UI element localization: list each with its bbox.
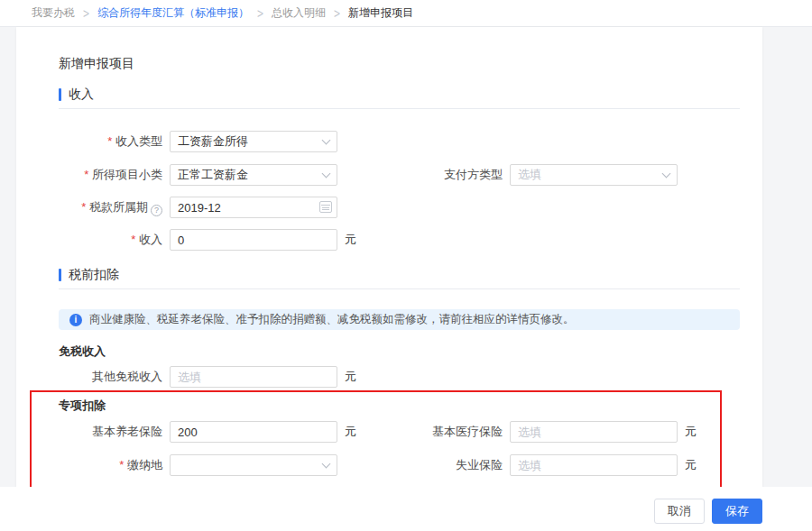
medical-unit: 元 xyxy=(685,424,703,440)
help-icon[interactable]: ? xyxy=(151,205,162,216)
income-type-value: 工资薪金所得 xyxy=(178,133,248,150)
income-amount-label: 收入 xyxy=(59,232,162,248)
page-background: 新增申报项目 收入 收入类型 工资薪金所得 所得项目小类 xyxy=(0,27,812,531)
medical-label: 基本医疗保险 xyxy=(421,424,503,440)
breadcrumb-item-annual-settlement[interactable]: 综合所得年度汇算（标准申报） xyxy=(97,5,249,21)
divider xyxy=(59,288,740,289)
payment-location-label: 缴纳地 xyxy=(59,457,162,473)
payment-location-select[interactable] xyxy=(170,454,337,476)
income-type-select[interactable]: 工资薪金所得 xyxy=(170,131,337,152)
pension-unit: 元 xyxy=(345,424,363,440)
form-panel: 新增申报项目 收入 收入类型 工资薪金所得 所得项目小类 xyxy=(16,27,762,487)
breadcrumb-separator-icon: > xyxy=(83,5,89,21)
section-title-income: 收入 xyxy=(69,87,94,103)
income-type-label: 收入类型 xyxy=(59,133,162,150)
field-medical: 基本医疗保险 元 xyxy=(421,421,703,443)
breadcrumb-separator-icon: > xyxy=(334,5,340,21)
field-tax-period: 税款所属期? xyxy=(59,197,363,218)
field-other-tax-free: 其他免税收入 元 xyxy=(59,366,363,388)
income-subtype-label: 所得项目小类 xyxy=(59,167,162,183)
income-amount-unit: 元 xyxy=(345,232,363,248)
section-bar-icon xyxy=(59,88,61,101)
highlight-box: 专项扣除 基本养老保险 元 基本医疗保险 元 xyxy=(30,390,722,487)
other-tax-free-input[interactable] xyxy=(170,366,337,388)
save-button[interactable]: 保存 xyxy=(712,499,762,524)
field-payment-location: 缴纳地 xyxy=(59,454,363,476)
unemployment-label: 失业保险 xyxy=(421,457,503,473)
breadcrumb-item-current: 新增申报项目 xyxy=(348,5,413,21)
income-amount-input[interactable] xyxy=(170,229,337,251)
payer-type-select[interactable]: 选填 xyxy=(510,164,678,186)
notice-banner: i 商业健康险、税延养老保险、准予扣除的捐赠额、减免税额如需修改，请前往相应的详… xyxy=(59,309,740,330)
subsection-title-special-deduction: 专项扣除 xyxy=(59,398,720,414)
section-header-pretax: 税前扣除 xyxy=(59,267,740,283)
other-tax-free-unit: 元 xyxy=(345,369,363,385)
subsection-title-tax-free: 免税收入 xyxy=(59,343,740,360)
other-tax-free-label: 其他免税收入 xyxy=(59,369,162,385)
income-subtype-value: 正常工资薪金 xyxy=(178,167,248,183)
info-icon: i xyxy=(69,314,82,326)
notice-text: 商业健康险、税延养老保险、准予扣除的捐赠额、减免税额如需修改，请前往相应的详情页… xyxy=(89,312,575,327)
breadcrumb-item-home[interactable]: 我要办税 xyxy=(32,5,75,21)
unemployment-unit: 元 xyxy=(685,457,703,473)
breadcrumb-item-income-detail[interactable]: 总收入明细 xyxy=(272,5,326,21)
field-income-amount: 收入 元 xyxy=(59,229,363,251)
divider xyxy=(59,108,740,109)
payer-type-label: 支付方类型 xyxy=(421,167,503,183)
field-income-subtype: 所得项目小类 正常工资薪金 xyxy=(59,164,363,186)
tax-period-label: 税款所属期? xyxy=(59,199,162,216)
footer-bar: 取消 保存 xyxy=(0,487,812,531)
field-payer-type: 支付方类型 选填 xyxy=(421,164,678,186)
section-header-income: 收入 xyxy=(59,87,740,103)
breadcrumb-separator-icon: > xyxy=(257,5,263,21)
tax-period-label-text: 税款所属期 xyxy=(89,200,148,214)
tax-period-input[interactable] xyxy=(170,197,337,218)
unemployment-input[interactable] xyxy=(510,454,678,476)
page-title: 新增申报项目 xyxy=(59,56,740,72)
section-bar-icon xyxy=(59,269,61,281)
income-subtype-select[interactable]: 正常工资薪金 xyxy=(170,164,337,186)
payer-type-placeholder: 选填 xyxy=(518,167,541,183)
section-title-pretax: 税前扣除 xyxy=(69,267,119,283)
pension-input[interactable] xyxy=(170,421,337,443)
medical-input[interactable] xyxy=(510,421,678,443)
pension-label: 基本养老保险 xyxy=(59,424,162,440)
calendar-icon[interactable] xyxy=(319,201,332,213)
field-pension: 基本养老保险 元 xyxy=(59,421,363,443)
cancel-button[interactable]: 取消 xyxy=(654,499,705,524)
field-unemployment: 失业保险 元 xyxy=(421,454,703,476)
breadcrumb: 我要办税 > 综合所得年度汇算（标准申报） > 总收入明细 > 新增申报项目 xyxy=(0,0,812,27)
field-income-type: 收入类型 工资薪金所得 xyxy=(59,131,363,152)
